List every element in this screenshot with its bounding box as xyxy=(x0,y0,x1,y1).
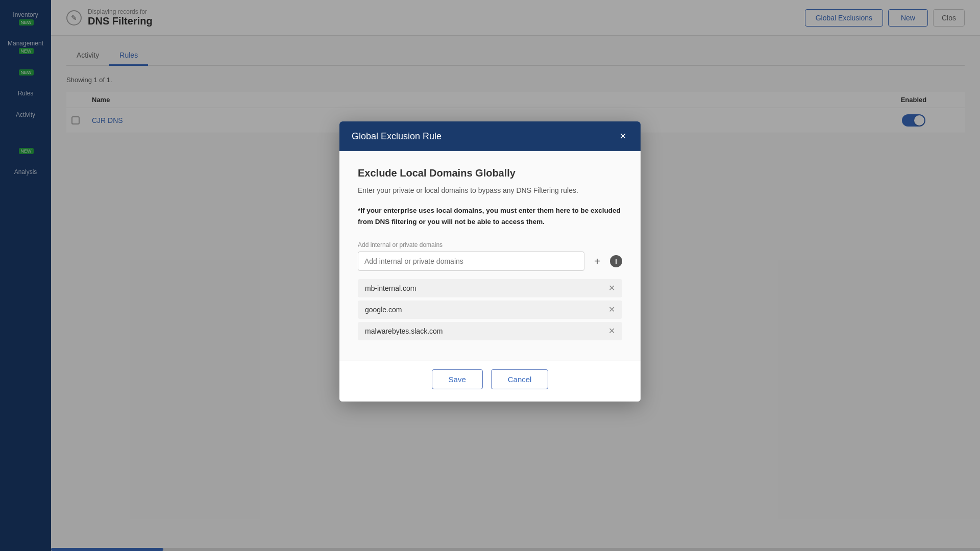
modal-header: Global Exclusion Rule × xyxy=(339,121,641,151)
domain-value-0: mb-internal.com xyxy=(365,284,416,292)
domain-input[interactable] xyxy=(358,252,584,271)
domain-item-2: malwarebytes.slack.com ✕ xyxy=(358,322,622,340)
modal-body: Exclude Local Domains Globally Enter you… xyxy=(339,151,641,361)
modal-close-button[interactable]: × xyxy=(618,131,628,142)
info-button[interactable]: i xyxy=(610,255,622,267)
modal-description: Enter your private or local domains to b… xyxy=(358,185,622,196)
domain-remove-0[interactable]: ✕ xyxy=(608,284,615,292)
modal-section-title: Exclude Local Domains Globally xyxy=(358,167,622,179)
add-domain-button[interactable]: + xyxy=(589,253,606,270)
global-exclusion-modal: Global Exclusion Rule × Exclude Local Do… xyxy=(339,121,641,402)
domain-value-1: google.com xyxy=(365,306,402,314)
save-button[interactable]: Save xyxy=(432,369,483,389)
cancel-button[interactable]: Cancel xyxy=(491,369,549,389)
domain-value-2: malwarebytes.slack.com xyxy=(365,327,443,335)
modal-title: Global Exclusion Rule xyxy=(352,131,442,141)
domain-remove-1[interactable]: ✕ xyxy=(608,306,615,314)
domain-input-row: + i xyxy=(358,252,622,271)
modal-footer: Save Cancel xyxy=(339,361,641,402)
domain-item-1: google.com ✕ xyxy=(358,300,622,319)
domain-remove-2[interactable]: ✕ xyxy=(608,327,615,335)
modal-warning: *If your enterprise uses local domains, … xyxy=(358,205,622,227)
domain-list: mb-internal.com ✕ google.com ✕ malwareby… xyxy=(358,279,622,340)
domain-input-label: Add internal or private domains xyxy=(358,241,622,248)
domain-item-0: mb-internal.com ✕ xyxy=(358,279,622,297)
